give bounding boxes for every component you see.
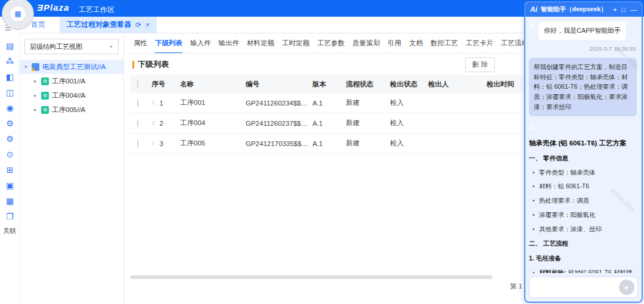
table-header-row: 序号 名称 编号 版本 流程状态 检出状态 检出人 检出时间 — [130, 75, 524, 93]
list-item: 零件类型：轴承壳体 — [532, 168, 637, 178]
ai-assistant-panel: Ai 智能助手（deepseek） + □ — admin 2025 admin… — [524, 1, 643, 303]
user-message-bubble: 帮我创建零件的工艺方案，制造目标特征：零件类型：轴承壳体；材料：铝 6061-T… — [529, 58, 637, 116]
drag-handle-icon[interactable]: ⠿ — [151, 120, 156, 126]
col-checkout-time: 检出时间 — [484, 80, 524, 89]
tree-expand-icon[interactable]: ▸ — [34, 78, 40, 84]
process-tree: ▾ 电装典型工艺测试//A ▸ ⚙ 工序001//A ▸ ⚙ 工序004//A … — [20, 60, 123, 117]
col-seq: 序号 — [149, 80, 178, 89]
chevron-down-icon: ▼ — [109, 45, 113, 49]
tree-expand-icon[interactable]: ▸ — [34, 107, 40, 113]
apps-grid-icon[interactable]: ⊞ — [0, 162, 20, 178]
row-checkbox[interactable] — [137, 100, 138, 107]
ai-answer: 轴承壳体 (铝 6061-T6) 工艺方案 一、 零件信息 零件类型：轴承壳体 … — [529, 138, 637, 273]
table-row[interactable]: ⠿1 工序001 GP2411260234$$2... A.1 新建 检入 — [130, 93, 524, 113]
tab-output-parts[interactable]: 输出件 — [218, 33, 241, 54]
capture-icon[interactable]: ◉ — [0, 100, 20, 116]
tree-node-op3[interactable]: ▸ ⚙ 工序005//A — [20, 103, 123, 117]
tab-documents[interactable]: 文档 — [408, 33, 424, 54]
view-mode-select[interactable]: 层级结构工艺视图 ▼ — [24, 39, 119, 54]
settings-gears-icon[interactable]: ⚙ — [0, 116, 20, 131]
settings-gears-icon-2[interactable]: ⚙ — [0, 131, 20, 147]
tree-expand-icon[interactable]: ▾ — [24, 64, 30, 70]
new-chat-icon[interactable]: + — [613, 6, 617, 13]
col-version: 版本 — [310, 80, 343, 89]
answer-step-1: 1. 毛坯准备 — [529, 254, 637, 263]
tab-references[interactable]: 引用 — [386, 33, 402, 54]
operation-icon: ⚙ — [41, 77, 49, 85]
refresh-icon[interactable]: ⟳ — [135, 21, 141, 29]
col-checkout-person: 检出人 — [426, 80, 484, 89]
ai-panel-header: Ai 智能助手（deepseek） + □ — — [525, 2, 642, 17]
table-row[interactable]: ⠿2 工序004 GP2411260237$$2... A.1 新建 检入 — [130, 113, 524, 134]
ai-logo: Ai — [530, 5, 537, 14]
sublist-table: 序号 名称 编号 版本 流程状态 检出状态 检出人 检出时间 ⠿1 工序001 … — [130, 75, 524, 154]
tree-node-root[interactable]: ▾ 电装典型工艺测试//A — [20, 60, 123, 74]
tab-process-params[interactable]: 工艺参数 — [316, 33, 346, 54]
send-button[interactable]: ➤ — [619, 280, 634, 295]
select-all-checkbox[interactable] — [137, 80, 138, 88]
minimize-icon[interactable]: — — [630, 6, 637, 13]
tab-time-quota[interactable]: 工时定额 — [281, 33, 311, 54]
close-icon[interactable]: × — [145, 21, 150, 29]
camera-icon[interactable]: ⊙ — [0, 147, 20, 162]
tree-node-op2[interactable]: ▸ ⚙ 工序004//A — [20, 88, 123, 103]
flow-nodes-icon[interactable]: ⁂ — [0, 54, 20, 69]
table-row[interactable]: ⠿3 工序005 GP2412170335$$2... A.1 新建 检入 — [130, 134, 524, 154]
calendar-icon[interactable]: ▦ — [0, 193, 20, 209]
process-list-icon[interactable]: ▤ — [0, 38, 20, 54]
col-code: 编号 — [243, 80, 310, 89]
operation-icon: ⚙ — [41, 106, 49, 114]
section-title: 下级列表 — [138, 59, 169, 70]
detail-tab-bar: 属性 下级列表 输入件 输出件 材料定额 工时定额 工艺参数 质量策划 引用 文… — [124, 33, 524, 54]
tab-nc-process[interactable]: 数控工艺 — [429, 33, 459, 54]
left-icon-sidebar: ☰ ▤ ⁂ ◧ ◫ ◉ ⚙ ⚙ ⊙ ⊞ ▣ ▦ ❐ 关联 — [0, 17, 20, 304]
answer-section-2: 二、 工艺流程 — [529, 239, 637, 249]
tab-material-quota[interactable]: 材料定额 — [246, 33, 275, 54]
list-item: 热处理要求：调质 — [532, 196, 637, 206]
seal-center-icon: ▦ — [14, 10, 21, 18]
list-item: 涂覆要求：阳极氧化 — [532, 210, 637, 220]
section-accent-bar — [132, 61, 134, 69]
section-header: 下级列表 删 除 — [124, 54, 524, 75]
ai-panel-title: 智能助手（deepseek） — [541, 5, 607, 14]
ai-avatar: AI — [529, 21, 538, 40]
process-doc-icon — [32, 63, 39, 71]
documents-icon[interactable]: ❐ — [0, 209, 20, 224]
main-content: 属性 下级列表 输入件 输出件 材料定额 工时定额 工艺参数 质量策划 引用 文… — [124, 33, 524, 304]
drag-handle-icon[interactable]: ⠿ — [151, 100, 156, 106]
tab-attributes[interactable]: 属性 — [132, 33, 148, 54]
col-name: 名称 — [178, 80, 243, 89]
clipboard-icon[interactable]: ▣ — [0, 178, 20, 193]
tab-quality-planning[interactable]: 质量策划 — [351, 33, 381, 54]
tab-input-parts[interactable]: 输入件 — [189, 33, 212, 54]
maximize-icon[interactable]: □ — [621, 6, 626, 13]
ai-greeting-bubble: 你好，我是CAPP智能助手 — [538, 21, 626, 40]
tab-process-card[interactable]: 工艺卡片 — [465, 33, 494, 54]
message-icon[interactable]: ◫ — [0, 85, 20, 100]
chat-message-list: admin 2025 admin 2025 AI 你好，我是CAPP智能助手 2… — [525, 17, 642, 273]
row-checkbox[interactable] — [137, 140, 138, 147]
tab-sublist[interactable]: 下级列表 — [154, 33, 184, 54]
row-checkbox[interactable] — [137, 120, 138, 127]
step1-list: 材料检验: 核对铝 6061-T6 材料牌号、规格、状态等是否符合要求。 下料:… — [529, 268, 637, 273]
workspace-title: 工艺工作区 — [79, 5, 114, 15]
tree-expand-icon[interactable]: ▸ — [34, 92, 40, 98]
app-logo-text: ƎPlaza — [37, 2, 69, 13]
sidebar-item-association[interactable]: 关联 — [0, 227, 19, 235]
col-checkout-state: 检出状态 — [388, 80, 426, 89]
document-tab-bar: 首页 工艺过程对象查看器 ⟳ × — [0, 17, 524, 33]
delete-button[interactable]: 删 除 — [465, 57, 495, 72]
horizontal-scrollbar[interactable] — [130, 275, 493, 279]
drag-handle-icon[interactable]: ⠿ — [151, 141, 156, 147]
answer-section-1: 一、 零件信息 — [529, 154, 637, 163]
structure-tree-panel: 层级结构工艺视图 ▼ ▾ 电装典型工艺测试//A ▸ ⚙ 工序001//A ▸ … — [20, 33, 124, 304]
tree-node-op1[interactable]: ▸ ⚙ 工序001//A — [20, 74, 123, 88]
card-icon[interactable]: ◧ — [0, 69, 20, 85]
chat-input[interactable] — [534, 284, 619, 291]
tab-process-object-viewer[interactable]: 工艺过程对象查看器 ⟳ × — [60, 17, 157, 33]
list-item: 材料检验: 核对铝 6061-T6 材料牌号、规格、状态等是否符合要求。 — [532, 268, 637, 273]
message-timestamp: 2025-2-7 16:38:55 — [529, 45, 636, 53]
list-item: 其他要求：涂漆、丝印 — [532, 225, 637, 234]
tab-process-flowchart[interactable]: 工艺流程图 — [500, 33, 524, 54]
list-item: 材料：铝 6061-T6 — [532, 182, 637, 191]
